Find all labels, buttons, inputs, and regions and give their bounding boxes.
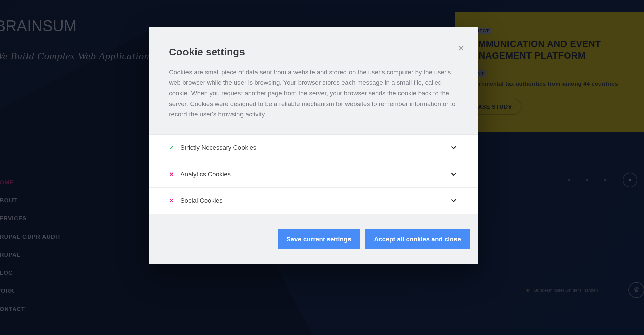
modal-description: Cookies are small piece of data sent fro… <box>169 67 458 120</box>
cookie-settings-modal: ✕ Cookie settings Cookies are small piec… <box>149 27 478 264</box>
cookie-category-social[interactable]: ✕ Social Cookies <box>149 187 478 214</box>
category-label: Analytics Cookies <box>177 171 450 178</box>
cross-icon: ✕ <box>169 171 177 178</box>
cookie-category-analytics[interactable]: ✕ Analytics Cookies <box>149 161 478 187</box>
modal-title: Cookie settings <box>169 46 458 58</box>
cookie-category-strictly-necessary[interactable]: ✓ Strictly Necessary Cookies <box>149 134 478 161</box>
modal-footer: Save current settings Accept all cookies… <box>149 214 478 264</box>
category-label: Social Cookies <box>177 197 450 204</box>
close-icon[interactable]: ✕ <box>458 44 464 53</box>
accept-all-button[interactable]: Accept all cookies and close <box>365 229 470 249</box>
chevron-down-icon <box>450 144 458 151</box>
category-label: Strictly Necessary Cookies <box>177 144 450 151</box>
save-settings-button[interactable]: Save current settings <box>278 229 360 249</box>
check-icon: ✓ <box>169 144 177 151</box>
cookie-categories: ✓ Strictly Necessary Cookies ✕ Analytics… <box>149 134 478 214</box>
modal-header: ✕ Cookie settings Cookies are small piec… <box>149 27 478 134</box>
chevron-down-icon <box>450 171 458 178</box>
cross-icon: ✕ <box>169 197 177 204</box>
chevron-down-icon <box>450 197 458 204</box>
